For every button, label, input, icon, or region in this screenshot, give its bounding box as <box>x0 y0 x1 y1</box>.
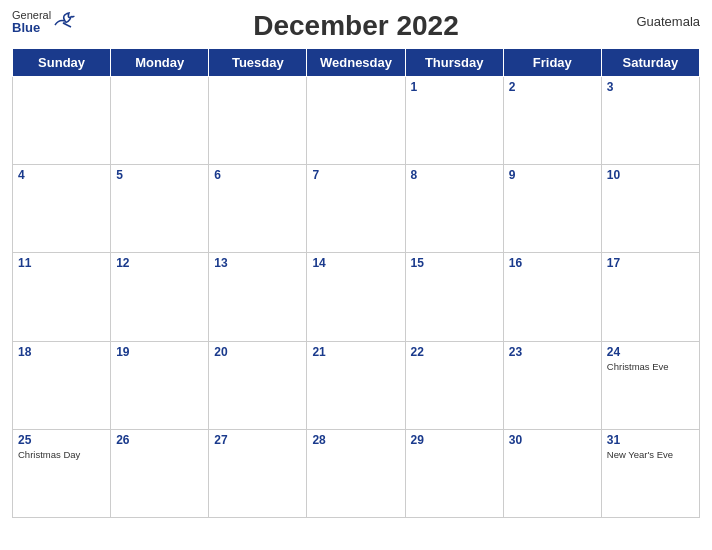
day-number: 9 <box>509 168 596 182</box>
day-number: 11 <box>18 256 105 270</box>
day-number: 26 <box>116 433 203 447</box>
day-cell-0-6: 3 <box>601 77 699 165</box>
day-cell-4-3: 28 <box>307 429 405 517</box>
day-number: 28 <box>312 433 399 447</box>
day-cell-1-6: 10 <box>601 165 699 253</box>
calendar-title: December 2022 <box>253 10 458 42</box>
day-cell-2-1: 12 <box>111 253 209 341</box>
day-cell-1-3: 7 <box>307 165 405 253</box>
day-number: 19 <box>116 345 203 359</box>
day-number: 3 <box>607 80 694 94</box>
day-number: 31 <box>607 433 694 447</box>
day-cell-3-1: 19 <box>111 341 209 429</box>
day-number: 13 <box>214 256 301 270</box>
week-row-5: 25Christmas Day262728293031New Year's Ev… <box>13 429 700 517</box>
logo: General Blue <box>12 10 75 34</box>
logo-blue-text: Blue <box>12 21 51 34</box>
logo-bird-icon <box>53 11 75 33</box>
day-cell-3-4: 22 <box>405 341 503 429</box>
calendar-table: Sunday Monday Tuesday Wednesday Thursday… <box>12 48 700 518</box>
day-number: 8 <box>411 168 498 182</box>
day-cell-0-2 <box>209 77 307 165</box>
week-row-1: 123 <box>13 77 700 165</box>
day-number: 25 <box>18 433 105 447</box>
day-number: 5 <box>116 168 203 182</box>
day-number: 6 <box>214 168 301 182</box>
day-cell-0-4: 1 <box>405 77 503 165</box>
day-cell-2-6: 17 <box>601 253 699 341</box>
header-thursday: Thursday <box>405 49 503 77</box>
day-cell-0-0 <box>13 77 111 165</box>
day-cell-4-2: 27 <box>209 429 307 517</box>
day-number: 27 <box>214 433 301 447</box>
header-monday: Monday <box>111 49 209 77</box>
day-number: 14 <box>312 256 399 270</box>
calendar-container: General Blue December 2022 Guatemala Sun… <box>0 0 712 550</box>
day-event: New Year's Eve <box>607 449 694 460</box>
header-friday: Friday <box>503 49 601 77</box>
weekday-header-row: Sunday Monday Tuesday Wednesday Thursday… <box>13 49 700 77</box>
day-number: 2 <box>509 80 596 94</box>
day-number: 1 <box>411 80 498 94</box>
day-number: 24 <box>607 345 694 359</box>
day-cell-3-5: 23 <box>503 341 601 429</box>
day-cell-2-0: 11 <box>13 253 111 341</box>
day-number: 17 <box>607 256 694 270</box>
day-cell-4-5: 30 <box>503 429 601 517</box>
day-number: 10 <box>607 168 694 182</box>
header-saturday: Saturday <box>601 49 699 77</box>
day-number: 12 <box>116 256 203 270</box>
day-event: Christmas Day <box>18 449 105 460</box>
day-cell-1-5: 9 <box>503 165 601 253</box>
calendar-header: General Blue December 2022 Guatemala <box>12 10 700 42</box>
day-cell-2-5: 16 <box>503 253 601 341</box>
day-cell-0-1 <box>111 77 209 165</box>
day-number: 30 <box>509 433 596 447</box>
day-cell-4-1: 26 <box>111 429 209 517</box>
day-cell-4-4: 29 <box>405 429 503 517</box>
header-tuesday: Tuesday <box>209 49 307 77</box>
day-number: 23 <box>509 345 596 359</box>
header-sunday: Sunday <box>13 49 111 77</box>
day-cell-4-6: 31New Year's Eve <box>601 429 699 517</box>
week-row-4: 18192021222324Christmas Eve <box>13 341 700 429</box>
day-cell-3-0: 18 <box>13 341 111 429</box>
day-cell-1-0: 4 <box>13 165 111 253</box>
day-number: 15 <box>411 256 498 270</box>
day-number: 21 <box>312 345 399 359</box>
day-cell-2-4: 15 <box>405 253 503 341</box>
day-event: Christmas Eve <box>607 361 694 372</box>
day-number: 29 <box>411 433 498 447</box>
day-number: 18 <box>18 345 105 359</box>
day-cell-3-3: 21 <box>307 341 405 429</box>
day-cell-3-2: 20 <box>209 341 307 429</box>
country-label: Guatemala <box>636 14 700 29</box>
week-row-2: 45678910 <box>13 165 700 253</box>
day-number: 22 <box>411 345 498 359</box>
day-number: 4 <box>18 168 105 182</box>
day-cell-2-2: 13 <box>209 253 307 341</box>
day-number: 7 <box>312 168 399 182</box>
day-cell-0-3 <box>307 77 405 165</box>
day-cell-1-2: 6 <box>209 165 307 253</box>
day-number: 20 <box>214 345 301 359</box>
day-cell-1-1: 5 <box>111 165 209 253</box>
header-wednesday: Wednesday <box>307 49 405 77</box>
week-row-3: 11121314151617 <box>13 253 700 341</box>
day-cell-3-6: 24Christmas Eve <box>601 341 699 429</box>
day-cell-2-3: 14 <box>307 253 405 341</box>
day-number: 16 <box>509 256 596 270</box>
day-cell-0-5: 2 <box>503 77 601 165</box>
day-cell-4-0: 25Christmas Day <box>13 429 111 517</box>
day-cell-1-4: 8 <box>405 165 503 253</box>
